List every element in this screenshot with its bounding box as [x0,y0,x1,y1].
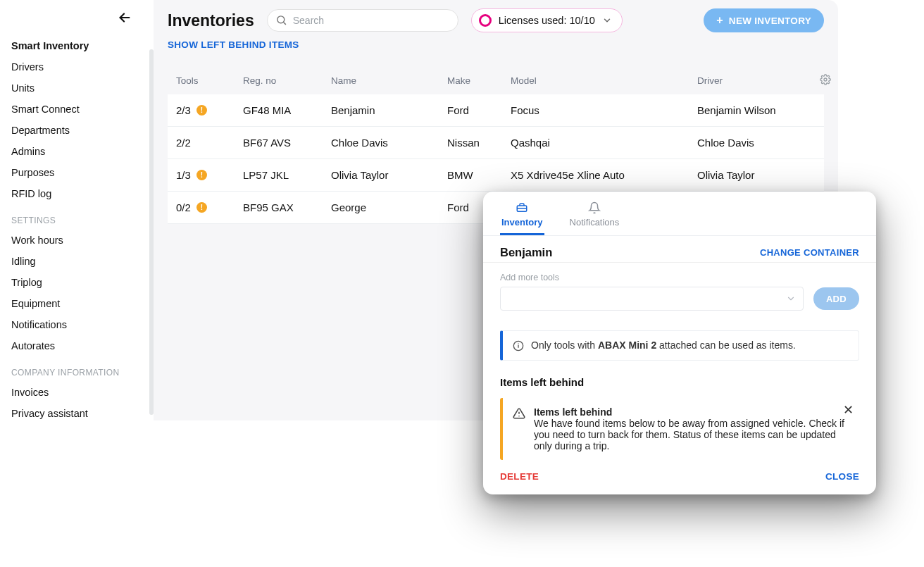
sidebar-item-notifications[interactable]: Notifications [0,314,154,335]
toolbox-icon [516,201,528,214]
cell-reg: LP57 JKL [243,169,331,181]
col-driver[interactable]: Driver [697,75,810,86]
table-row[interactable]: 1/3!LP57 JKLOlivia TaylorBMWX5 Xdrive45e… [168,159,824,192]
sidebar-item-triplog[interactable]: Triplog [0,272,154,293]
delete-button[interactable]: DELETE [500,471,539,482]
cell-driver: Olivia Taylor [697,169,810,181]
col-reg[interactable]: Reg. no [243,75,331,86]
close-button[interactable]: CLOSE [825,471,859,482]
table-row[interactable]: 2/3!GF48 MIABenjaminFordFocusBenjamin Wi… [168,94,824,127]
sidebar: Smart Inventory Drivers Units Smart Conn… [0,0,154,420]
tab-notifications[interactable]: Notifications [568,201,621,235]
cell-name: Chloe Davis [331,137,447,149]
table-header: Tools Reg. no Name Make Model Driver [168,63,824,94]
search-wrap [267,9,458,32]
sidebar-item-admins[interactable]: Admins [0,141,154,162]
chevron-down-icon [786,294,796,304]
cell-tools: 2/2 [176,137,243,149]
new-inventory-label: NEW INVENTORY [729,15,811,26]
col-name[interactable]: Name [331,75,447,86]
table-row[interactable]: 2/2BF67 AVSChloe DavisNissanQashqaiChloe… [168,127,824,159]
panel-tabs: Inventory Notifications [483,201,876,236]
sidebar-item-smart-connect[interactable]: Smart Connect [0,99,154,120]
svg-point-2 [824,78,827,81]
cell-reg: BF95 GAX [243,201,331,213]
sidebar-item-drivers[interactable]: Drivers [0,56,154,77]
sidebar-item-departments[interactable]: Departments [0,120,154,141]
cell-model: Focus [511,104,697,116]
warning-dot-icon: ! [196,170,207,180]
show-left-behind-link[interactable]: SHOW LEFT BEHIND ITEMS [154,32,838,56]
licenses-dropdown[interactable]: Licenses used: 10/10 [471,8,623,32]
col-tools[interactable]: Tools [176,75,243,86]
sidebar-item-autorates[interactable]: Autorates [0,335,154,356]
plus-icon: + [716,14,723,27]
gear-icon[interactable] [820,74,831,87]
info-text: Only tools with ABAX Mini 2 attached can… [531,339,796,351]
svg-line-1 [283,23,285,25]
sidebar-item-idling[interactable]: Idling [0,251,154,272]
cell-make: Nissan [447,137,511,149]
svg-point-6 [518,343,518,344]
col-model[interactable]: Model [511,75,697,86]
search-icon [275,14,287,26]
licenses-ring-icon [479,14,492,27]
add-more-tools-label: Add more tools [483,263,876,287]
sidebar-item-smart-inventory[interactable]: Smart Inventory [0,35,154,56]
items-left-heading: Items left behind [483,361,876,394]
sidebar-item-rfid-log[interactable]: RFID log [0,183,154,204]
sidebar-item-units[interactable]: Units [0,77,154,99]
sidebar-item-invoices[interactable]: Invoices [0,382,154,403]
page-title: Inventories [168,11,254,30]
close-icon[interactable]: ✕ [843,402,854,418]
cell-tools: 0/2! [176,201,243,213]
tab-notifications-label: Notifications [570,217,620,228]
svg-point-8 [518,416,520,417]
chevron-down-icon [602,15,612,25]
cell-tools: 2/3! [176,104,243,116]
sidebar-item-privacy-assistant[interactable]: Privacy assistant [0,403,154,424]
topbar: Inventories Licenses used: 10/10 + NEW I… [154,0,838,32]
sidebar-item-equipment[interactable]: Equipment [0,293,154,314]
back-arrow-icon[interactable] [117,10,132,28]
sidebar-nav: Smart Inventory Drivers Units Smart Conn… [0,35,154,424]
search-input[interactable] [267,9,458,32]
tab-inventory-label: Inventory [501,217,543,228]
cell-reg: BF67 AVS [243,137,331,149]
warning-dot-icon: ! [196,105,207,116]
warning-title: Items left behind [534,406,849,418]
cell-make: BMW [447,169,511,181]
sidebar-section-company: COMPANY INFORMATION [0,356,154,382]
col-make[interactable]: Make [447,75,511,86]
cell-tools: 1/3! [176,169,243,181]
warning-banner: Items left behind We have found items be… [500,398,859,460]
panel-entity-name: Benjamin [500,246,552,259]
sidebar-section-settings: SETTINGS [0,204,154,230]
new-inventory-button[interactable]: + NEW INVENTORY [704,8,824,32]
warning-triangle-icon [513,407,525,420]
sidebar-item-purposes[interactable]: Purposes [0,162,154,183]
bell-icon [588,201,601,214]
cell-model: X5 Xdrive45e Xline Auto [511,169,697,181]
cell-driver: Chloe Davis [697,137,810,149]
cell-make: Ford [447,104,511,116]
warning-body: We have found items below to be away fro… [534,418,849,451]
info-icon [513,340,524,351]
change-container-button[interactable]: CHANGE CONTAINER [760,247,859,258]
add-button[interactable]: ADD [813,287,859,310]
tool-select[interactable] [500,287,804,311]
licenses-text: Licenses used: 10/10 [499,15,595,26]
info-banner: Only tools with ABAX Mini 2 attached can… [500,330,859,361]
cell-name: Olivia Taylor [331,169,447,181]
svg-point-0 [277,16,285,23]
cell-driver: Benjamin Wilson [697,104,810,116]
warning-dot-icon: ! [196,202,207,213]
sidebar-item-work-hours[interactable]: Work hours [0,230,154,251]
cell-name: Benjamin [331,104,447,116]
cell-reg: GF48 MIA [243,104,331,116]
tab-inventory[interactable]: Inventory [500,201,544,235]
cell-model: Qashqai [511,137,697,149]
inventory-detail-panel: Inventory Notifications Benjamin CHANGE … [483,192,876,494]
cell-name: George [331,201,447,213]
